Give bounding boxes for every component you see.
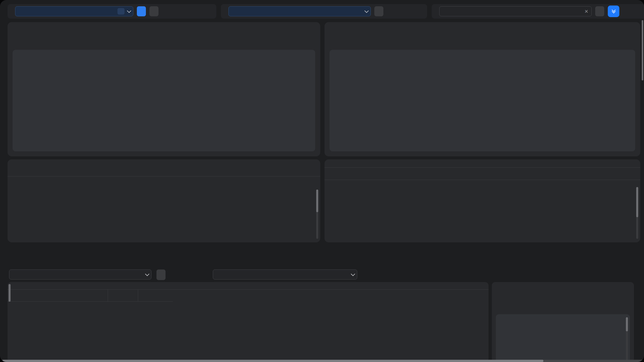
top-articles-title [8, 159, 320, 166]
dynamics-combo-chart[interactable] [13, 50, 315, 151]
scrollbar-thumb[interactable] [9, 284, 11, 302]
chevron-down-icon [145, 272, 149, 276]
col-total [108, 290, 138, 302]
rnp-table-header-row [8, 290, 489, 302]
abs-values-title [325, 159, 640, 167]
status-count-badge [117, 8, 125, 15]
radar-chart-card [330, 50, 635, 151]
top10-panel [492, 282, 634, 362]
col-metric [8, 290, 108, 302]
scrollbar-thumb[interactable] [636, 187, 638, 217]
top10-heading [492, 289, 634, 297]
radar-chart[interactable] [330, 50, 635, 151]
scrollbar-thumb[interactable] [316, 190, 318, 212]
chevron-down-icon [365, 9, 369, 13]
window-horizontal-scrollbar[interactable] [0, 360, 644, 362]
grouping-filter-group [221, 4, 427, 19]
window-vertical-scrollbar[interactable] [642, 20, 643, 80]
dynamics-chart-card [13, 50, 315, 151]
period-filter-group: ✕ [432, 4, 644, 19]
rnp-table [8, 282, 489, 362]
rnp-group-header [138, 282, 489, 290]
dynamics-panel [8, 22, 320, 156]
scrollbar-thumb[interactable] [626, 317, 628, 331]
period-input[interactable]: ✕ [439, 6, 592, 16]
scrollbar-track[interactable] [626, 317, 628, 360]
col-week-total [138, 290, 173, 302]
chevron-down-icon [351, 272, 355, 276]
clear-icon[interactable]: ✕ [584, 9, 588, 14]
rnp-reset-default-button[interactable] [156, 269, 166, 280]
radar-panel [325, 22, 640, 156]
status-select[interactable] [15, 6, 133, 16]
rnp-group-spacer [8, 282, 138, 290]
rnp-table-group-row [8, 282, 489, 290]
grouping-select[interactable] [228, 6, 371, 16]
app-window: ✕ [0, 0, 644, 362]
rnp-top-metric-select[interactable] [213, 269, 357, 280]
scrollbar-track[interactable] [636, 187, 638, 239]
top-articles-header [8, 166, 320, 176]
scrollbar-track[interactable] [316, 190, 318, 239]
top10-period [492, 282, 634, 287]
status-reset-button[interactable] [149, 6, 158, 16]
grouping-reset-button[interactable] [374, 6, 383, 16]
abs-values-panel [325, 159, 640, 242]
abs-values-header [325, 167, 640, 180]
period-reset-button[interactable] [595, 6, 604, 16]
status-filter-group [8, 4, 216, 19]
rnp-metrics-select[interactable] [9, 269, 151, 280]
scrollbar-thumb[interactable] [3, 360, 543, 362]
expand-filters-button[interactable] [608, 6, 619, 17]
top10-list [496, 314, 630, 362]
top-articles-panel [8, 159, 320, 242]
chevron-down-icon [127, 9, 131, 13]
apply-button[interactable] [137, 6, 146, 16]
